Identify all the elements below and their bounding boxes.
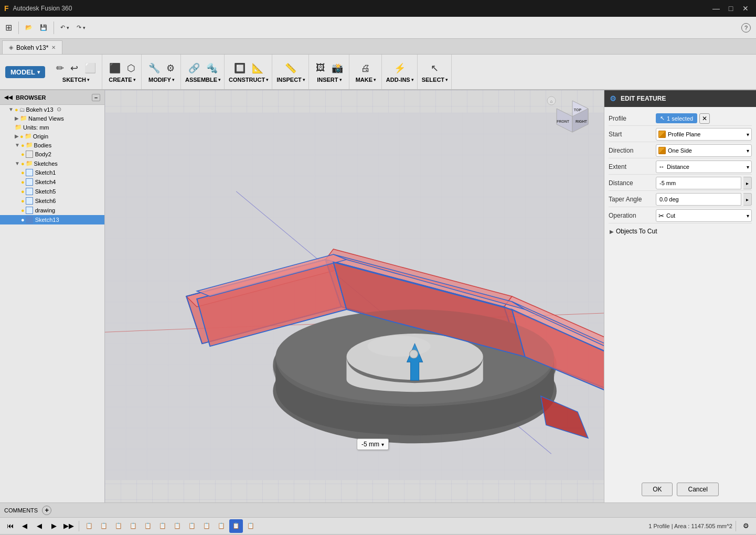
make-button-1[interactable]: 🖨 <box>358 61 373 76</box>
viewcube[interactable]: ⌂ TOP FRONT RIGHT <box>546 95 599 148</box>
ef-start-dropdown[interactable]: Profile Plane ▾ <box>656 128 752 141</box>
document-tab[interactable]: ◈ Bokeh v13* ✕ <box>2 40 62 54</box>
ef-direction-dropdown[interactable]: One Side ▾ <box>656 144 752 157</box>
ef-operation-dropdown[interactable]: ✂ Cut ▾ <box>656 209 752 222</box>
ef-extent-dropdown[interactable]: ↔ Distance ▾ <box>656 160 752 173</box>
redo-button[interactable]: ↷ ▾ <box>73 19 89 36</box>
create-button-2[interactable]: ⬡ <box>124 61 138 76</box>
browser-item-bodies[interactable]: ▼ ● 📁 Bodies <box>0 141 104 149</box>
feature-btn-2[interactable]: 📋 <box>97 519 111 533</box>
assemble-button-2[interactable]: 🔩 <box>204 61 220 76</box>
feature-btn-8[interactable]: 📋 <box>185 519 199 533</box>
minimize-button[interactable]: — <box>710 2 722 15</box>
ef-objects-to-cut-row[interactable]: ▶ Objects To Cut <box>609 224 752 238</box>
insert-button-1[interactable]: 🖼 <box>313 61 328 76</box>
sketch-button-3[interactable]: ⬜ <box>82 61 99 76</box>
browser-item-units[interactable]: 📁 Units: mm <box>0 123 104 132</box>
feature-btn-3[interactable]: 📋 <box>112 519 125 533</box>
ef-profile-selected-button[interactable]: ↖ 1 selected <box>656 113 697 123</box>
sketch-button-2[interactable]: ↩ <box>68 61 81 76</box>
settings-gear-button[interactable]: ⚙ <box>739 519 753 533</box>
feature-btn-10[interactable]: 📋 <box>215 519 228 533</box>
construct-button-2[interactable]: 📐 <box>249 61 266 76</box>
browser-item-sketch5[interactable]: ● Sketch5 <box>0 187 104 196</box>
browser-item-origin[interactable]: ▶ ● 📁 Origin <box>0 132 104 141</box>
ef-distance-arrow-button[interactable]: ▸ <box>743 177 752 189</box>
ef-distance-input[interactable] <box>656 177 741 189</box>
browser-item-sketch6[interactable]: ● Sketch6 <box>0 196 104 206</box>
feature-btn-5[interactable]: 📋 <box>141 519 155 533</box>
eye-icon[interactable]: ● <box>21 207 25 213</box>
feature-btn-active[interactable]: 📋 <box>229 519 243 533</box>
addins-button-1[interactable]: ⚡ <box>391 61 408 76</box>
help-button[interactable]: ? <box>738 19 754 36</box>
ef-ok-button[interactable]: OK <box>642 483 673 496</box>
ef-operation-label: Operation <box>609 212 656 219</box>
eye-icon[interactable]: ● <box>21 198 25 204</box>
eye-icon[interactable]: ● <box>21 169 25 176</box>
browser-item-named-views[interactable]: ▶ 📁 Named Views <box>0 114 104 123</box>
eye-icon[interactable]: ● <box>20 133 24 140</box>
feature-btn-7[interactable]: 📋 <box>171 519 184 533</box>
browser-item-sketches[interactable]: ▼ ● 📁 Sketches <box>0 159 104 168</box>
feature-btn-9[interactable]: 📋 <box>200 519 214 533</box>
eye-icon[interactable]: ● <box>21 142 25 148</box>
sketch-icon-2: ↩ <box>70 62 78 74</box>
playback-start-button[interactable]: ⏮ <box>3 519 17 533</box>
browser-item-drawing[interactable]: ● drawing <box>0 206 104 215</box>
grid-button[interactable]: ⊞ <box>2 19 15 36</box>
inspect-button-1[interactable]: 📏 <box>282 61 299 76</box>
distance-badge[interactable]: -5 mm ▾ <box>357 438 389 450</box>
ef-header-icon: ⚙ <box>610 94 616 103</box>
sketch-button-1[interactable]: ✏ <box>54 61 67 76</box>
model-button[interactable]: MODEL ▾ <box>5 66 45 78</box>
close-button[interactable]: ✕ <box>739 2 752 15</box>
feature-btn-11[interactable]: 📋 <box>244 519 258 533</box>
eye-icon[interactable]: ● <box>21 151 25 157</box>
browser-collapse-icon[interactable]: – <box>92 94 100 101</box>
modify-button-1[interactable]: 🔧 <box>146 61 163 76</box>
playback-prev-button[interactable]: ◀ <box>18 519 31 533</box>
playback-next-button[interactable]: ▶▶ <box>62 519 76 533</box>
browser-item-bokeh[interactable]: ▼ ● 🗂 Bokeh v13 ⊙ <box>0 105 104 114</box>
feature-btn-1[interactable]: 📋 <box>82 519 96 533</box>
playback-play-button[interactable]: ▶ <box>47 519 61 533</box>
file-button[interactable]: 📂 <box>22 19 36 36</box>
ef-taper-input[interactable] <box>656 193 741 206</box>
distance-arrow-icon: ▾ <box>381 442 384 447</box>
browser-item-sketch13[interactable]: ● Sketch13 <box>0 215 104 224</box>
maximize-button[interactable]: □ <box>725 2 737 15</box>
playback-back-button[interactable]: ◀ <box>33 519 46 533</box>
save-button[interactable]: 💾 <box>37 19 50 36</box>
viewport[interactable]: -5 mm ▾ ⌂ TOP FRONT RIGHT <box>105 90 604 502</box>
browser-back-icon[interactable]: ◀◀ <box>4 94 13 100</box>
ef-cancel-button[interactable]: Cancel <box>677 483 718 496</box>
eye-icon[interactable]: ● <box>21 188 25 195</box>
undo-button[interactable]: ↶ ▾ <box>57 19 72 36</box>
select-button-1[interactable]: ↖ <box>428 61 441 76</box>
construct-button-1[interactable]: 🔲 <box>231 61 248 76</box>
browser-item-sketch1[interactable]: ● Sketch1 <box>0 168 104 177</box>
settings-icon[interactable]: ⊙ <box>57 106 61 113</box>
ef-profile-clear-button[interactable]: ✕ <box>699 113 710 124</box>
modify-button-2[interactable]: ⚙ <box>164 61 177 76</box>
eye-icon[interactable]: ● <box>21 160 25 167</box>
feature-btn-4[interactable]: 📋 <box>126 519 140 533</box>
svg-point-29 <box>368 336 431 357</box>
help-icon: ? <box>741 23 751 33</box>
create-button-1[interactable]: ⬛ <box>107 61 123 76</box>
tree-expand-icon: ▶ <box>15 115 19 121</box>
eye-icon[interactable]: ● <box>15 106 18 113</box>
comments-add-icon[interactable]: + <box>42 506 51 515</box>
ef-profile-row: Profile ↖ 1 selected ✕ <box>609 111 752 126</box>
ribbon-create-group: ⬛ ⬡ CREATE ▾ <box>103 55 142 89</box>
tab-close-icon[interactable]: ✕ <box>51 45 56 50</box>
ef-taper-arrow-button[interactable]: ▸ <box>743 193 752 206</box>
assemble-button-1[interactable]: 🔗 <box>186 61 203 76</box>
feature-btn-6[interactable]: 📋 <box>156 519 169 533</box>
browser-item-body2[interactable]: ● Body2 <box>0 149 104 159</box>
browser-item-sketch4[interactable]: ● Sketch4 <box>0 177 104 187</box>
eye-icon[interactable]: ● <box>21 217 25 223</box>
eye-icon[interactable]: ● <box>21 179 25 185</box>
insert-button-2[interactable]: 📸 <box>329 61 346 76</box>
